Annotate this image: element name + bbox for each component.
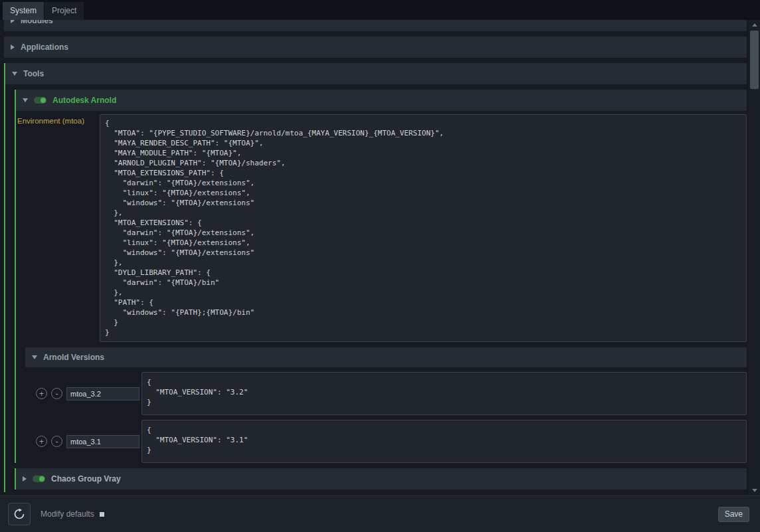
content-area: Modules Applications Tools [0,20,760,495]
arnold-content: Environment (mtoa) { "MTOA": "{PYPE_STUD… [16,111,747,463]
vertical-scrollbar[interactable] [749,20,760,495]
tab-project[interactable]: Project [45,2,84,20]
version-row-mtoa-3-1: + - { "MTOA_VERSION": "3.1" } [36,420,747,463]
environment-json-input[interactable]: { "MTOA": "{PYPE_STUDIO_SOFTWARE}/arnold… [100,114,747,342]
add-item-button[interactable]: + [36,388,47,399]
environment-label: Environment (mtoa) [16,114,100,125]
section-label-modules: Modules [21,20,53,25]
section-tools: Tools Autodesk Arnold Envir [4,63,747,492]
group-header-arnold-versions[interactable]: Arnold Versions [25,347,747,367]
remove-item-button[interactable]: - [51,388,62,399]
group-label-arnold-versions: Arnold Versions [43,353,104,362]
group-header-autodesk-arnold[interactable]: Autodesk Arnold [16,90,747,111]
collapse-arrow-icon [11,20,15,23]
section-applications: Applications [4,37,747,58]
section-modules: Modules [4,20,747,31]
refresh-button[interactable] [8,503,31,525]
version-json-input[interactable]: { "MTOA_VERSION": "3.1" } [142,420,747,463]
modify-defaults-label: Modify defaults [41,509,94,519]
settings-scroll-area: Modules Applications Tools [0,20,749,495]
main-tab-bar: System Project [0,0,760,20]
group-arnold-versions: Arnold Versions + - { "MTOA_VERSION": "3… [25,347,747,463]
group-header-chaos-group-vray[interactable]: Chaos Group Vray [16,468,747,489]
tab-system[interactable]: System [3,2,44,20]
version-key-input[interactable] [66,435,140,448]
section-label-applications: Applications [21,43,68,52]
section-header-tools[interactable]: Tools [5,63,747,84]
footer-bar: Modify defaults Save [0,495,760,532]
remove-item-button[interactable]: - [51,436,62,447]
group-chaos-group-vray: Chaos Group Vray [15,468,747,489]
save-button[interactable]: Save [718,507,749,522]
scrollbar-thumb[interactable] [750,31,759,89]
section-header-applications[interactable]: Applications [4,37,747,58]
group-label-autodesk-arnold: Autodesk Arnold [52,96,116,105]
expand-arrow-icon [23,98,28,102]
version-row-mtoa-3-2: + - { "MTOA_VERSION": "3.2" } [36,372,747,415]
expand-arrow-icon [32,355,37,359]
enabled-toggle-icon[interactable] [34,97,47,104]
expand-arrow-icon [12,72,17,76]
tools-content: Autodesk Arnold Environment (mtoa) { "MT… [5,84,747,492]
version-key-input[interactable] [66,387,140,400]
group-label-chaos-group-vray: Chaos Group Vray [51,474,121,484]
modify-defaults-checkbox[interactable] [100,512,104,517]
arnold-versions-content: + - { "MTOA_VERSION": "3.2" } + - [25,367,747,463]
collapse-arrow-icon [23,476,27,482]
refresh-icon [13,508,25,520]
scrollbar-up-arrow-icon[interactable] [749,20,760,30]
version-json-input[interactable]: { "MTOA_VERSION": "3.2" } [142,372,747,415]
section-label-tools: Tools [23,69,44,78]
group-autodesk-arnold: Autodesk Arnold Environment (mtoa) { "MT… [15,90,747,463]
environment-field-row: Environment (mtoa) { "MTOA": "{PYPE_STUD… [16,114,747,342]
scrollbar-down-arrow-icon[interactable] [749,486,760,495]
collapse-arrow-icon [11,44,15,50]
section-header-modules[interactable]: Modules [4,20,747,31]
enabled-toggle-icon[interactable] [33,476,45,482]
settings-window: System Project Modules Applications [0,0,760,532]
add-item-button[interactable]: + [36,436,47,447]
